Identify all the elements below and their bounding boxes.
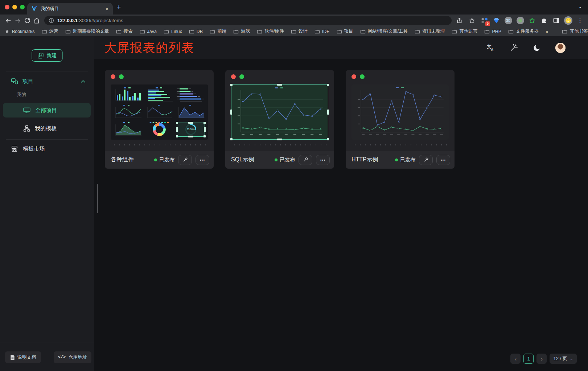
tab-title: 我的项目 [41, 6, 105, 12]
scrollbar-thumb[interactable] [97, 184, 98, 213]
extension-gem[interactable] [492, 16, 501, 25]
bookmark-folder[interactable]: IDE [314, 29, 330, 34]
sidebar-item-my-templates[interactable]: 我的模板 [3, 121, 91, 136]
bookmark-folder[interactable]: 游戏 [233, 28, 250, 34]
sidebar-item-template-market[interactable]: 模板市场 [0, 142, 94, 155]
selection-handle[interactable] [230, 110, 232, 115]
sidebar-item-all-projects[interactable]: 全部项目 [3, 103, 91, 118]
bookmark-folder-label: 项目 [344, 28, 353, 34]
selection-handle[interactable] [203, 122, 206, 124]
selection-handle[interactable] [327, 84, 329, 86]
mini-bar-chart [112, 86, 143, 103]
window-zoom-button[interactable] [20, 5, 25, 9]
selection-handle[interactable] [230, 138, 233, 140]
more-button[interactable]: ••• [316, 155, 330, 165]
docs-button[interactable]: 说明文档 [5, 351, 41, 363]
project-thumbnail-selected[interactable] [231, 84, 328, 140]
folder-icon [291, 29, 296, 34]
bookmark-folder[interactable]: 前端 [210, 28, 226, 34]
new-project-button[interactable]: 新建 [32, 49, 62, 62]
bookmark-folder-label: 前端 [217, 28, 226, 34]
user-avatar[interactable] [555, 43, 566, 53]
url-host: 127.0.0.1 [57, 18, 78, 23]
address-bar[interactable]: 127.0.0.1:3000/#/project/items [44, 16, 452, 25]
other-bookmarks[interactable]: 其他书签 [562, 28, 588, 34]
bookmark-folder[interactable]: 近期需要读的文章 [65, 28, 109, 34]
back-button[interactable] [4, 16, 13, 25]
forward-button[interactable] [13, 16, 22, 25]
folder-icon [452, 29, 457, 34]
bookmark-folder[interactable]: 项目 [337, 28, 353, 34]
bookmark-folder[interactable]: 资讯未整理 [415, 28, 445, 34]
selection-handle[interactable] [188, 136, 193, 137]
bookmarks-root[interactable]: Bookmarks [4, 29, 35, 34]
reload-button[interactable] [22, 16, 32, 25]
profile-avatar-button[interactable] [564, 16, 572, 25]
bookmark-star-button[interactable] [467, 16, 477, 25]
bookmark-folder[interactable]: Linux [164, 29, 182, 34]
window-minimize-button[interactable] [12, 5, 17, 9]
bookmarks-overflow-icon[interactable]: » [546, 29, 548, 34]
project-card[interactable]: HTTP示例 已发布 ••• [346, 70, 455, 169]
extension-recorder[interactable] [516, 16, 525, 25]
bookmark-folder[interactable]: 网站/博客/文章/工具 [360, 28, 408, 34]
bookmark-folder[interactable]: 搜索 [116, 28, 133, 34]
bookmark-folder[interactable]: 文件服务器 [508, 28, 539, 34]
extension-command[interactable]: ⌘ [504, 16, 513, 25]
repo-button[interactable]: </> 仓库地址 [54, 351, 91, 363]
selection-handle[interactable] [188, 122, 193, 124]
edit-button[interactable] [178, 155, 192, 165]
theme-wand-button[interactable] [509, 43, 518, 53]
extensions-puzzle-button[interactable] [540, 16, 548, 25]
bookmark-folder-label: 软件/硬件 [264, 28, 284, 34]
bookmark-folder-label: PHP [492, 29, 501, 34]
bookmark-folder[interactable]: 其他语言 [452, 28, 477, 34]
selection-handle[interactable] [176, 122, 178, 124]
edit-button[interactable] [299, 155, 312, 165]
sidebar-section-projects[interactable]: 项目 [0, 75, 94, 88]
selection-handle[interactable] [327, 138, 329, 140]
selection-handle[interactable] [230, 84, 233, 86]
selection-handle[interactable] [203, 135, 206, 137]
chevron-up-icon[interactable] [81, 80, 85, 83]
edit-button[interactable] [419, 155, 433, 165]
selection-handle[interactable] [204, 127, 206, 132]
bookmark-folder[interactable]: PHP [484, 29, 501, 34]
selection-handle[interactable] [176, 127, 178, 132]
site-info-icon[interactable] [49, 18, 54, 23]
bookmark-folder[interactable]: 软件/硬件 [257, 28, 284, 34]
bookmark-folder[interactable]: 运营 [42, 28, 58, 34]
bookmark-folder[interactable]: 设计 [291, 28, 308, 34]
header-icons: 文 A [486, 43, 566, 53]
tab-search-chevron-icon[interactable]: ⌄ [578, 4, 582, 9]
next-page-button[interactable]: › [536, 354, 547, 364]
new-tab-button[interactable]: + [117, 3, 121, 11]
window-close-button[interactable] [5, 5, 9, 9]
share-button[interactable] [455, 16, 464, 25]
project-card[interactable]: 25.00% 各种组件 已发布 [105, 70, 214, 169]
selection-box[interactable]: 25.00% [177, 123, 205, 137]
selection-handle[interactable] [277, 84, 282, 86]
more-button[interactable]: ••• [196, 155, 209, 165]
home-button[interactable] [32, 16, 41, 25]
bookmark-folder[interactable]: DB [189, 29, 203, 34]
selection-handle[interactable] [327, 110, 329, 115]
status-badge: 已发布 [275, 157, 295, 163]
extension-tabs-manager[interactable]: 9 [480, 16, 489, 25]
page-size-select[interactable]: 12 / 页 ⌄ [550, 354, 577, 364]
browser-tab[interactable]: 我的项目 × [27, 3, 113, 15]
current-page[interactable]: 1 [523, 354, 534, 364]
bookmark-folder[interactable]: Java [140, 29, 157, 34]
project-card[interactable]: SQL示例 已发布 ••• [225, 70, 334, 169]
green-dot [360, 74, 365, 79]
extension-green-star[interactable] [528, 16, 536, 25]
prev-page-button[interactable]: ‹ [510, 354, 521, 364]
browser-menu-icon[interactable]: ⋮ [576, 17, 584, 24]
selection-handle[interactable] [277, 139, 282, 140]
tab-close-icon[interactable]: × [105, 6, 108, 12]
language-toggle-button[interactable]: 文 A [486, 43, 495, 53]
dark-mode-button[interactable] [532, 43, 542, 53]
side-panel-button[interactable] [552, 16, 560, 25]
selection-handle[interactable] [176, 135, 178, 137]
more-button[interactable]: ••• [436, 155, 450, 165]
